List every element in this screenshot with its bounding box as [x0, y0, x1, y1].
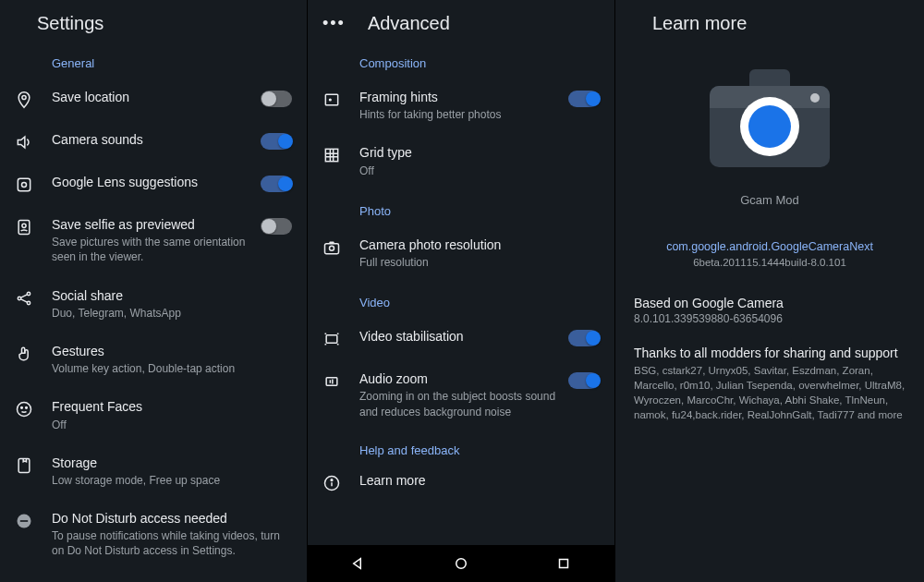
svg-rect-20 [326, 378, 337, 385]
framing-icon [322, 89, 359, 109]
svg-point-8 [18, 403, 31, 417]
face-icon [15, 398, 52, 418]
nav-back-icon[interactable] [350, 555, 367, 572]
app-name: Gcam Mod [615, 193, 924, 207]
based-on-version: 8.0.101.339539880-63654096 [634, 312, 906, 325]
svg-rect-1 [18, 178, 30, 190]
storage-icon [15, 455, 52, 475]
toggle-save-location[interactable] [261, 91, 292, 107]
row-storage[interactable]: Storage Low storage mode, Free up space [0, 443, 307, 499]
toggle-camera-sounds[interactable] [261, 133, 292, 150]
section-composition: Composition [308, 42, 614, 78]
label: Storage [52, 455, 285, 471]
settings-header: Settings [0, 0, 307, 42]
toggle-save-selfie[interactable] [261, 218, 292, 235]
sublabel: Volume key action, Double-tap action [52, 361, 285, 376]
stabilisation-icon [322, 328, 359, 348]
nav-home-icon[interactable] [453, 555, 469, 572]
sublabel: Hints for taking better photos [359, 107, 561, 122]
android-navbar [308, 545, 614, 582]
camera-icon [322, 236, 359, 257]
row-video-stabilisation[interactable]: Video stabilisation [308, 317, 614, 359]
based-on-title: Based on Google Camera [634, 296, 906, 310]
toggle-audio-zoom[interactable] [568, 372, 600, 389]
svg-point-5 [18, 297, 20, 299]
row-gestures[interactable]: Gestures Volume key action, Double-tap a… [0, 332, 307, 387]
advanced-title: Advanced [368, 13, 450, 34]
label: Framing hints [359, 89, 561, 105]
selfie-icon [15, 216, 52, 236]
svg-point-18 [330, 246, 334, 250]
sublabel: Off [52, 418, 285, 432]
label: Do Not Disturb access needed [52, 510, 285, 527]
sublabel: To pause notifications while taking vide… [52, 528, 285, 558]
row-save-selfie[interactable]: Save selfie as previewed Save pictures w… [0, 205, 307, 276]
svg-rect-16 [325, 150, 337, 162]
advanced-panel: ••• Advanced Composition Framing hints H… [308, 0, 615, 582]
label: Audio zoom [359, 370, 561, 387]
nav-recents-icon[interactable] [555, 555, 572, 572]
svg-point-6 [27, 292, 30, 295]
section-general: General [0, 42, 307, 78]
label: Camera photo resolution [359, 236, 592, 253]
row-dnd[interactable]: Do Not Disturb access needed To pause no… [0, 499, 307, 570]
svg-point-15 [330, 99, 332, 101]
svg-rect-24 [559, 560, 567, 568]
label: Grid type [359, 144, 592, 161]
row-social-share[interactable]: Social share Duo, Telegram, WhatsApp [0, 276, 307, 332]
row-camera-sounds[interactable]: Camera sounds [0, 120, 307, 163]
sublabel: Off [359, 164, 592, 178]
section-photo: Photo [308, 189, 614, 225]
section-help: Help and feedback [308, 430, 614, 461]
app-icon-wrap [615, 42, 924, 180]
row-learn-more[interactable]: Learn more [308, 461, 614, 503]
row-photo-resolution[interactable]: Camera photo resolution Full resolution [308, 225, 614, 281]
svg-rect-17 [325, 244, 339, 254]
label: Camera sounds [52, 131, 253, 148]
svg-point-2 [22, 183, 27, 188]
toggle-video-stabilisation[interactable] [568, 330, 600, 346]
sublabel: Duo, Telegram, WhatsApp [52, 306, 285, 321]
row-google-lens[interactable]: Google Lens suggestions [0, 163, 307, 205]
svg-point-7 [27, 301, 30, 304]
label: Video stabilisation [359, 328, 561, 345]
svg-rect-14 [325, 94, 337, 105]
svg-rect-19 [326, 335, 337, 343]
svg-point-23 [456, 559, 467, 569]
row-frequent-faces[interactable]: Frequent Faces Off [0, 387, 307, 443]
row-grid-type[interactable]: Grid type Off [308, 133, 614, 188]
label: Gestures [52, 343, 285, 359]
audio-zoom-icon [322, 370, 359, 391]
label: Social share [52, 287, 285, 304]
row-framing-hints[interactable]: Framing hints Hints for taking better ph… [308, 78, 614, 133]
label: Google Lens suggestions [52, 174, 253, 190]
sublabel: Full resolution [359, 255, 592, 270]
label: Frequent Faces [52, 398, 285, 415]
sublabel: Zooming in on the subject boosts sound a… [359, 389, 561, 418]
share-icon [15, 287, 52, 308]
label: Save selfie as previewed [52, 216, 253, 233]
svg-point-22 [331, 479, 333, 481]
info-icon [322, 472, 359, 492]
thanks-title: Thanks to all modders for sharing and su… [634, 346, 906, 360]
row-save-location[interactable]: Save location [0, 78, 307, 120]
more-icon[interactable]: ••• [322, 14, 346, 33]
gesture-icon [15, 343, 52, 363]
advanced-header: ••• Advanced [308, 0, 614, 42]
svg-rect-13 [20, 520, 28, 522]
location-pin-icon [15, 89, 52, 109]
learn-more-title: Learn more [652, 13, 747, 34]
build-string: 6beta.201115.1444build-8.0.101 [634, 257, 906, 268]
toggle-framing-hints[interactable] [568, 91, 600, 107]
toggle-google-lens[interactable] [261, 176, 292, 192]
settings-title: Settings [37, 13, 103, 34]
sublabel: Save pictures with the same orientation … [52, 235, 253, 264]
svg-point-4 [22, 224, 26, 227]
speaker-icon [15, 131, 52, 152]
package-name[interactable]: com.google.android.GoogleCameraNext [634, 240, 906, 253]
lens-icon [15, 174, 52, 194]
settings-panel: Settings General Save location Camera so… [0, 0, 308, 582]
dnd-icon [15, 510, 52, 530]
grid-icon [322, 144, 359, 164]
row-audio-zoom[interactable]: Audio zoom Zooming in on the subject boo… [308, 359, 614, 430]
